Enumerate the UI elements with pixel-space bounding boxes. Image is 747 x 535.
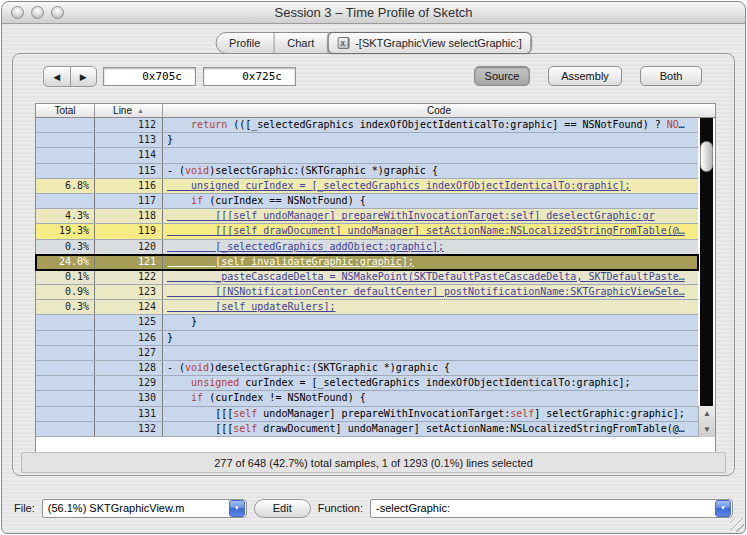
line-number-cell: 125	[95, 315, 163, 329]
table-row[interactable]: 113}	[36, 133, 698, 148]
table-row[interactable]: 6.8%116 unsigned curIndex = [_selectedGr…	[36, 179, 698, 194]
source-view-button[interactable]: Source	[474, 66, 530, 86]
line-number-cell: 124	[95, 300, 163, 314]
code-cell[interactable]: [[[self drawDocument] undoManager] setAc…	[163, 224, 698, 238]
code-cell: if (curIndex == NSNotFound) {	[163, 194, 698, 208]
function-label: Function:	[318, 502, 363, 514]
both-view-button[interactable]: Both	[640, 66, 702, 86]
table-row[interactable]: 132 [[[self drawDocument] undoManager] s…	[36, 422, 698, 437]
tab-function-label: -[SKTGraphicView selectGraphic:]	[355, 37, 522, 49]
close-button[interactable]	[11, 6, 24, 19]
line-number-cell: 122	[95, 270, 163, 284]
function-dropdown-arrow-icon[interactable]: ▼	[715, 500, 731, 517]
code-rows: 112 return (([_selectedGraphics indexOfO…	[36, 118, 698, 437]
file-dropdown[interactable]: (56.1%) SKTGraphicView.m ▼	[42, 499, 247, 518]
total-percent-cell: 0.1%	[36, 270, 95, 284]
table-row[interactable]: 129 unsigned curIndex = [_selectedGraphi…	[36, 376, 698, 391]
tab-strip: Profile Chart x -[SKTGraphicView selectG…	[215, 32, 532, 54]
code-cell[interactable]: [self invalidateGraphic:graphic];	[163, 255, 698, 269]
line-number-cell: 131	[95, 407, 163, 421]
table-row[interactable]: 125 }	[36, 315, 698, 330]
code-cell: return (([_selectedGraphics indexOfObjec…	[163, 118, 698, 132]
column-header-line[interactable]: Line ▲	[95, 104, 163, 117]
code-cell[interactable]: [[NSNotificationCenter defaultCenter] po…	[163, 285, 698, 299]
resize-grip[interactable]	[730, 518, 744, 532]
tab-close-icon[interactable]: x	[337, 37, 349, 49]
tab-chart[interactable]: Chart	[274, 33, 328, 53]
profile-panel: ◀ ▶ Source Assembly Both Total Line ▲ Co…	[12, 53, 735, 476]
tab-chart-label: Chart	[287, 37, 314, 49]
title-bar[interactable]: Session 3 – Time Profile of Sketch	[2, 2, 745, 24]
table-row[interactable]: 24.0%121 [self invalidateGraphic:graphic…	[36, 255, 698, 270]
code-cell[interactable]: _pasteCascadeDelta = NSMakePoint(SKTDefa…	[163, 270, 698, 284]
table-row[interactable]: 112 return (([_selectedGraphics indexOfO…	[36, 118, 698, 133]
line-number-cell: 123	[95, 285, 163, 299]
edit-button[interactable]: Edit	[254, 499, 311, 518]
code-cell[interactable]: [self updateRulers];	[163, 300, 698, 314]
code-cell: - (void)deselectGraphic:(SKTGraphic *)gr…	[163, 361, 698, 375]
line-number-cell: 118	[95, 209, 163, 223]
window-controls	[11, 6, 64, 19]
code-cell	[163, 148, 698, 162]
table-row[interactable]: 130 if (curIndex != NSNotFound) {	[36, 391, 698, 406]
code-cell	[163, 346, 698, 360]
total-percent-cell	[36, 194, 95, 208]
code-cell: unsigned curIndex = [_selectedGraphics i…	[163, 376, 698, 390]
back-arrow-icon: ◀	[53, 72, 60, 82]
address-end-field[interactable]	[203, 67, 296, 86]
table-row[interactable]: 114	[36, 148, 698, 163]
total-percent-cell	[36, 148, 95, 162]
line-number-cell: 127	[95, 346, 163, 360]
table-row[interactable]: 127	[36, 346, 698, 361]
address-start-field[interactable]	[103, 67, 196, 86]
table-row[interactable]: 115- (void)selectGraphic:(SKTGraphic *)g…	[36, 164, 698, 179]
zoom-button[interactable]	[51, 6, 64, 19]
total-percent-cell	[36, 407, 95, 421]
tab-selected-function[interactable]: x -[SKTGraphicView selectGraphic:]	[327, 32, 532, 54]
table-row[interactable]: 117 if (curIndex == NSNotFound) {	[36, 194, 698, 209]
total-percent-cell: 19.3%	[36, 224, 95, 238]
column-header-code[interactable]: Code	[163, 104, 715, 117]
code-cell: }	[163, 331, 698, 345]
table-row[interactable]: 126}	[36, 331, 698, 346]
forward-button[interactable]: ▶	[71, 67, 97, 86]
column-header-total[interactable]: Total	[36, 104, 95, 117]
line-number-cell: 116	[95, 179, 163, 193]
table-row[interactable]: 0.1%122 _pasteCascadeDelta = NSMakePoint…	[36, 270, 698, 285]
back-button[interactable]: ◀	[44, 67, 71, 86]
tab-profile[interactable]: Profile	[216, 33, 274, 53]
line-number-cell: 130	[95, 391, 163, 405]
table-row[interactable]: 19.3%119 [[[self drawDocument] undoManag…	[36, 224, 698, 239]
assembly-view-button[interactable]: Assembly	[548, 66, 622, 86]
table-row[interactable]: 128- (void)deselectGraphic:(SKTGraphic *…	[36, 361, 698, 376]
scrollbar-thumb[interactable]	[700, 141, 713, 172]
line-number-cell: 120	[95, 240, 163, 254]
table-row[interactable]: 0.9%123 [[NSNotificationCenter defaultCe…	[36, 285, 698, 300]
line-number-cell: 129	[95, 376, 163, 390]
code-cell[interactable]: [_selectedGraphics addObject:graphic];	[163, 240, 698, 254]
function-dropdown[interactable]: -selectGraphic: ▼	[370, 499, 733, 518]
line-number-cell: 117	[95, 194, 163, 208]
total-percent-cell: 4.3%	[36, 209, 95, 223]
total-percent-cell	[36, 422, 95, 436]
scroll-down-arrow-icon[interactable]: ▼	[699, 422, 715, 438]
scroll-up-arrow-icon[interactable]: ▲	[699, 406, 715, 422]
scrollbar-track[interactable]	[700, 118, 713, 406]
file-dropdown-arrow-icon[interactable]: ▼	[229, 500, 245, 517]
table-row[interactable]: 131 [[[self undoManager] prepareWithInvo…	[36, 407, 698, 422]
line-number-cell: 128	[95, 361, 163, 375]
minimize-button[interactable]	[31, 6, 44, 19]
code-cell: [[[self undoManager] prepareWithInvocati…	[163, 407, 698, 421]
code-cell[interactable]: [[[self undoManager] prepareWithInvocati…	[163, 209, 698, 223]
total-percent-cell	[36, 361, 95, 375]
window-title: Session 3 – Time Profile of Sketch	[275, 5, 473, 20]
table-row[interactable]: 4.3%118 [[[self undoManager] prepareWith…	[36, 209, 698, 224]
scrollbar-arrows: ▲ ▼	[698, 406, 715, 437]
vertical-scrollbar[interactable]: ▲ ▼	[698, 118, 715, 437]
table-row[interactable]: 0.3%120 [_selectedGraphics addObject:gra…	[36, 240, 698, 255]
status-text: 277 of 648 (42.7%) total samples, 1 of 1…	[214, 457, 533, 469]
total-percent-cell: 0.3%	[36, 240, 95, 254]
table-row[interactable]: 0.3%124 [self updateRulers];	[36, 300, 698, 315]
total-percent-cell: 0.9%	[36, 285, 95, 299]
code-cell[interactable]: unsigned curIndex = [_selectedGraphics i…	[163, 179, 698, 193]
